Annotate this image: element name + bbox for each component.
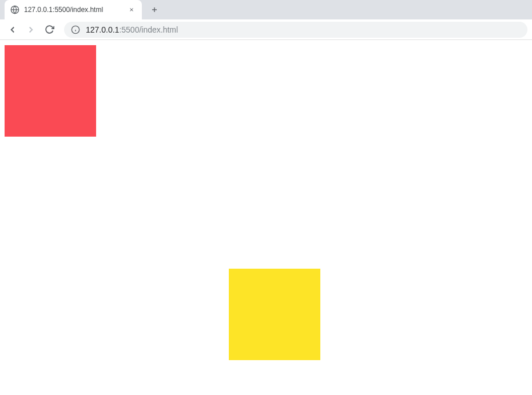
new-tab-button[interactable] — [146, 2, 162, 18]
toolbar: 127.0.0.1:5500/index.html — [0, 19, 532, 40]
info-icon[interactable] — [71, 25, 80, 34]
address-path: :5500/index.html — [119, 25, 178, 34]
address-text: 127.0.0.1:5500/index.html — [86, 25, 178, 34]
yellow-box — [229, 269, 320, 360]
address-bar[interactable]: 127.0.0.1:5500/index.html — [64, 22, 527, 38]
browser-tab[interactable]: 127.0.0.1:5500/index.html — [5, 0, 142, 19]
tab-title: 127.0.0.1:5500/index.html — [24, 6, 122, 14]
address-host: 127.0.0.1 — [86, 25, 119, 34]
close-icon[interactable] — [127, 5, 136, 14]
forward-button[interactable] — [23, 22, 39, 38]
reload-button[interactable] — [41, 22, 57, 38]
globe-icon — [10, 5, 19, 14]
back-button[interactable] — [5, 22, 21, 38]
red-box — [5, 45, 96, 137]
tab-bar: 127.0.0.1:5500/index.html — [0, 0, 532, 19]
browser-chrome: 127.0.0.1:5500/index.html — [0, 0, 532, 40]
page-content — [0, 40, 532, 395]
